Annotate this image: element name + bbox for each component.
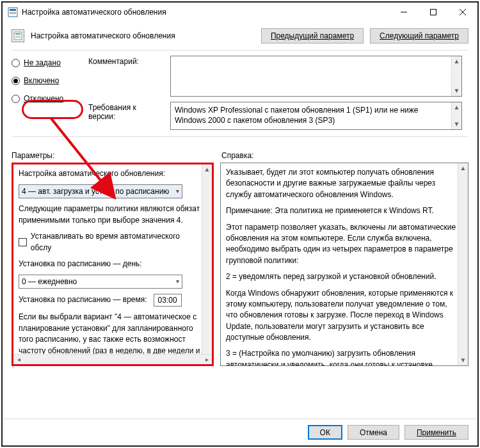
maximize-button[interactable] <box>419 3 448 22</box>
close-button[interactable] <box>448 3 477 22</box>
app-icon <box>8 7 18 17</box>
maintenance-checkbox[interactable]: Устанавливать во время автоматического о… <box>19 231 200 253</box>
cancel-button[interactable]: Отмена <box>348 425 399 440</box>
time-input[interactable]: 03:00 <box>154 294 182 307</box>
options-panel: Настройка автоматического обновления: 4 … <box>12 163 214 366</box>
ok-button[interactable]: ОК <box>308 425 342 440</box>
options-note: Следующие параметры политики являются об… <box>19 204 200 226</box>
svg-rect-1 <box>10 9 16 11</box>
options-heading: Настройка автоматического обновления: <box>19 168 200 179</box>
help-text: Указывает, будет ли этот компьютер получ… <box>226 167 456 200</box>
day-dropdown[interactable]: 0 — ежедневно ▾ <box>19 275 182 289</box>
titlebar: Настройка автоматического обновления <box>3 3 477 22</box>
scrollbar-horizontal[interactable]: ◂▸ <box>13 354 212 364</box>
req-line: Windows 2000 с пакетом обновления 3 (SP3… <box>175 116 335 125</box>
next-setting-button[interactable]: Следующий параметр <box>370 28 468 44</box>
scrollbar-vertical[interactable]: ▲▼ <box>451 56 461 96</box>
help-text: 3 = (Настройка по умолчанию) загрузить о… <box>226 348 456 365</box>
window-title: Настройка автоматического обновления <box>22 8 389 17</box>
scrollbar-vertical[interactable]: ▲▼ <box>202 164 212 364</box>
scrollbar-vertical[interactable]: ▲▼ <box>458 163 468 365</box>
svg-rect-2 <box>10 12 16 13</box>
radio-enabled[interactable]: Включено <box>12 76 88 85</box>
options-section-label: Параметры: <box>12 151 221 160</box>
svg-rect-5 <box>431 10 436 15</box>
time-row: Установка по расписанию — время: 03:00 <box>19 294 200 307</box>
section-headers: Параметры: Справка: <box>3 147 477 163</box>
comment-label: Комментарий: <box>88 56 165 97</box>
requirements-label: Требования к версии: <box>88 102 165 130</box>
prev-setting-button[interactable]: Предыдущий параметр <box>261 28 364 44</box>
update-mode-dropdown[interactable]: 4 — авт. загрузка и устан. по расписанию… <box>19 184 182 198</box>
sub-header: Настройка автоматического обновления Пре… <box>3 22 477 50</box>
dialog-footer: ОК Отмена Применить <box>3 419 477 445</box>
help-text: Этот параметр позволяет указать, включен… <box>226 222 456 267</box>
req-line: Windows XP Professional с пакетом обновл… <box>175 106 419 115</box>
policy-title: Настройка автоматического обновления <box>31 31 255 40</box>
help-text: Когда Windows обнаружит обновления, кото… <box>226 288 456 344</box>
help-text: 2 = уведомлять перед загрузкой и установ… <box>226 271 456 282</box>
dialog-window: Настройка автоматического обновления Нас… <box>1 1 479 447</box>
svg-rect-9 <box>15 33 20 35</box>
radio-not-configured[interactable]: Не задано <box>12 58 88 67</box>
svg-rect-10 <box>15 36 20 36</box>
svg-rect-11 <box>15 37 20 38</box>
help-panel: Указывает, будет ли этот компьютер получ… <box>220 163 468 366</box>
help-text: Примечание: Эта политика не применяется … <box>226 205 456 216</box>
state-radio-group: Не задано Включено Отключено <box>12 56 88 130</box>
radio-disabled[interactable]: Отключено <box>12 94 88 103</box>
chevron-down-icon: ▾ <box>176 187 179 196</box>
policy-icon <box>12 29 24 42</box>
chevron-down-icon: ▾ <box>176 277 179 287</box>
scrollbar-vertical[interactable]: ▲▼ <box>451 102 461 129</box>
day-label: Установка по расписанию — день: <box>19 259 200 269</box>
minimize-button[interactable] <box>389 3 419 22</box>
apply-button[interactable]: Применить <box>404 425 468 440</box>
requirements-box: Windows XP Professional с пакетом обновл… <box>170 102 462 130</box>
comment-textarea[interactable]: ▲▼ <box>170 56 462 97</box>
svg-rect-3 <box>10 13 16 14</box>
divider <box>12 50 468 51</box>
help-section-label: Справка: <box>221 151 468 160</box>
divider <box>12 136 468 137</box>
